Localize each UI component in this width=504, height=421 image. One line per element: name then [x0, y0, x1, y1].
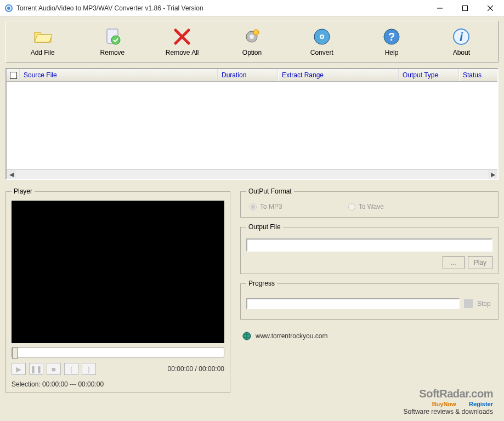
svg-point-12	[250, 35, 254, 39]
video-preview[interactable]	[12, 201, 224, 343]
watermark: SoftRadar.com BuyNow Register Software r…	[404, 388, 493, 416]
file-list: Source File Duration Extract Range Outpu…	[5, 68, 499, 180]
app-body: Add File Remove Remove All Option Conver…	[0, 16, 504, 421]
progress-panel: Progress Stop	[240, 280, 499, 320]
svg-text:?: ?	[388, 31, 395, 43]
globe-icon	[242, 332, 251, 340]
svg-point-8	[111, 36, 120, 44]
svg-text:i: i	[460, 30, 463, 44]
close-button[interactable]	[478, 1, 503, 16]
add-file-label: Add File	[31, 49, 55, 56]
main-toolbar: Add File Remove Remove All Option Conver…	[5, 21, 499, 62]
output-file-panel: Output File ... Play	[240, 223, 499, 274]
file-list-body[interactable]	[7, 82, 497, 169]
minimize-button[interactable]	[427, 1, 452, 16]
title-bar: Torrent Audio/Video to MP3/WAV Converter…	[0, 0, 504, 16]
about-button[interactable]: i About	[427, 25, 496, 59]
disc-icon	[312, 27, 332, 47]
scroll-left-icon[interactable]: ◀	[7, 170, 16, 179]
watermark-brand: SoftRadar.com	[404, 388, 493, 400]
player-legend: Player	[12, 187, 35, 195]
info-icon: i	[451, 27, 471, 47]
register-link[interactable]: Register	[469, 401, 493, 407]
option-button[interactable]: Option	[218, 25, 286, 59]
to-mp3-label: To MP3	[260, 203, 282, 210]
col-status[interactable]: Status	[459, 69, 497, 81]
remove-label: Remove	[100, 49, 125, 56]
remove-file-icon	[103, 27, 122, 47]
seek-thumb[interactable]	[12, 347, 18, 359]
folder-open-icon	[33, 27, 53, 47]
col-output-type[interactable]: Output Type	[399, 69, 459, 81]
stop-icon	[464, 299, 473, 308]
scroll-track[interactable]	[16, 170, 488, 179]
help-label: Help	[385, 49, 399, 56]
select-all-checkbox[interactable]	[7, 69, 20, 81]
pause-button[interactable]: ❚❚	[29, 363, 43, 375]
remove-all-label: Remove All	[166, 49, 199, 56]
remove-all-button[interactable]: Remove All	[148, 25, 217, 59]
col-duration[interactable]: Duration	[218, 69, 278, 81]
file-list-header: Source File Duration Extract Range Outpu…	[7, 69, 497, 82]
play-output-button[interactable]: Play	[468, 256, 492, 269]
add-file-button[interactable]: Add File	[8, 25, 77, 59]
about-label: About	[453, 49, 470, 56]
website-link[interactable]: www.torrentrockyou.com	[256, 332, 327, 340]
svg-point-2	[7, 7, 10, 10]
to-wave-radio[interactable]: To Wave	[348, 203, 384, 210]
remove-button[interactable]: Remove	[78, 25, 146, 59]
delete-x-icon	[172, 27, 192, 47]
window-title: Torrent Audio/Video to MP3/WAV Converter…	[16, 4, 427, 12]
output-format-legend: OutPut Format	[246, 187, 294, 195]
selection-range: Selection: 00:00:00 --- 00:00:00	[12, 380, 224, 388]
stop-playback-button[interactable]: ■	[47, 363, 61, 375]
col-source-file[interactable]: Source File	[20, 69, 218, 81]
horizontal-scrollbar[interactable]: ◀ ▶	[7, 169, 497, 179]
option-label: Option	[242, 49, 262, 56]
browse-button[interactable]: ...	[443, 256, 465, 269]
help-icon: ?	[382, 27, 401, 47]
help-button[interactable]: ? Help	[357, 25, 426, 59]
output-format-panel: OutPut Format To MP3 To Wave	[240, 187, 499, 218]
mark-start-button[interactable]: {	[64, 363, 78, 375]
convert-label: Convert	[310, 49, 333, 56]
convert-button[interactable]: Convert	[287, 25, 356, 59]
watermark-tagline: Software reviews & downloads	[404, 408, 493, 416]
col-extract-range[interactable]: Extract Range	[278, 69, 399, 81]
app-icon	[4, 4, 13, 13]
seek-slider[interactable]	[12, 348, 224, 357]
output-file-input[interactable]	[246, 238, 492, 252]
mark-end-button[interactable]: }	[82, 363, 96, 375]
svg-rect-4	[463, 5, 468, 10]
svg-point-13	[253, 30, 259, 35]
gear-icon	[242, 27, 262, 47]
to-mp3-radio[interactable]: To MP3	[250, 203, 282, 210]
svg-point-16	[321, 36, 323, 38]
scroll-right-icon[interactable]: ▶	[488, 170, 497, 179]
buy-now-link[interactable]: BuyNow	[432, 401, 456, 407]
stop-button[interactable]: Stop	[477, 300, 491, 308]
progress-bar	[246, 298, 460, 309]
progress-legend: Progress	[246, 280, 277, 287]
player-panel: Player ▶ ❚❚ ■ { } 00:00:00 / 00:00:00 Se…	[5, 187, 230, 393]
maximize-button[interactable]	[452, 1, 478, 16]
playback-time: 00:00:00 / 00:00:00	[99, 365, 224, 373]
output-file-legend: Output File	[246, 223, 283, 231]
footer: www.torrentrockyou.com	[240, 332, 499, 340]
to-wave-label: To Wave	[359, 203, 384, 210]
play-button[interactable]: ▶	[12, 363, 26, 375]
